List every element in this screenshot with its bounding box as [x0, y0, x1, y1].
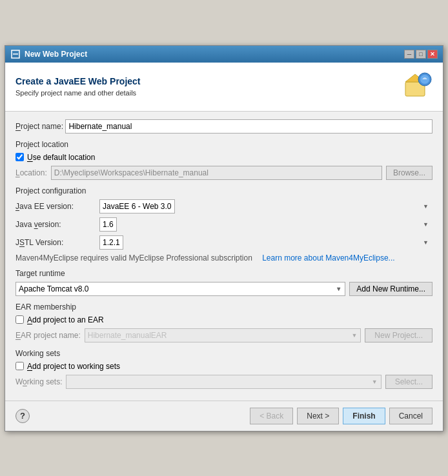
finish-button[interactable]: Finish	[343, 408, 385, 424]
close-button[interactable]: ✕	[427, 50, 438, 59]
project-location-title: Project location	[15, 140, 433, 149]
help-button[interactable]: ?	[15, 409, 30, 423]
default-location-checkbox[interactable]	[15, 153, 24, 161]
add-runtime-button[interactable]: Add New Runtime...	[349, 282, 433, 296]
ear-checkbox-label: Add project to an EAR	[27, 315, 104, 324]
location-label: Location:	[15, 168, 47, 177]
project-name-input[interactable]	[65, 119, 433, 134]
footer-left: ?	[15, 409, 30, 423]
ear-project-select[interactable]: Hibernate_manualEAR	[85, 328, 361, 342]
ear-membership-title: EAR membership	[15, 302, 433, 312]
java-ee-select-wrapper: JavaEE 6 - Web 3.0 JavaEE 5 JavaEE 4	[99, 199, 433, 213]
project-name-label: Project name:	[15, 122, 65, 131]
default-location-label: Use default location	[27, 153, 95, 162]
back-button[interactable]: < Back	[250, 408, 293, 424]
new-project-button[interactable]: New Project...	[365, 328, 433, 342]
target-runtime-title: Target runtime	[15, 269, 433, 278]
jstl-row: JSTL Version: 1.2.1 1.1	[15, 235, 433, 250]
maven-link[interactable]: Learn more about Maven4MyEclipse...	[262, 253, 394, 263]
next-button[interactable]: Next >	[297, 408, 339, 424]
project-config-title: Project configuration	[15, 186, 433, 195]
maximize-button[interactable]: □	[416, 50, 426, 59]
working-sets-title: Working sets	[15, 349, 433, 358]
form-content: Project name: Project location Use defau…	[5, 112, 443, 401]
runtime-select-wrapper: Apache Tomcat v8.0 Apache Tomcat v7.0 ▼	[15, 282, 345, 296]
header-section: Create a JavaEE Web Project Specify proj…	[5, 63, 443, 112]
java-version-select[interactable]: 1.6 1.7 1.8	[99, 217, 117, 232]
browse-button[interactable]: Browse...	[386, 166, 433, 180]
dialog-footer: ? < Back Next > Finish Cancel	[5, 401, 443, 431]
window-title: New Web Project	[25, 50, 87, 59]
location-row: Location: Browse...	[15, 166, 433, 180]
working-sets-select-wrapper: ▼	[66, 375, 381, 389]
ear-project-label: EAR project name:	[15, 331, 81, 340]
title-bar-left: New Web Project	[10, 49, 87, 59]
java-version-label: Java version:	[15, 220, 99, 229]
ear-project-row: EAR project name: Hibernate_manualEAR ▼ …	[15, 328, 433, 342]
java-version-select-wrapper: 1.6 1.7 1.8	[99, 217, 433, 232]
dialog-subtitle: Specify project name and other details	[15, 89, 141, 97]
ear-project-select-wrapper: Hibernate_manualEAR ▼	[85, 328, 361, 342]
select-working-sets-button[interactable]: Select...	[385, 375, 433, 389]
maven-text: Maven4MyEclipse requires valid MyEclipse…	[15, 253, 252, 263]
working-sets-row: Working sets: ▼ Select...	[15, 375, 433, 389]
default-location-row: Use default location	[15, 153, 433, 162]
runtime-row: Apache Tomcat v8.0 Apache Tomcat v7.0 ▼ …	[15, 282, 433, 296]
java-version-row: Java version: 1.6 1.7 1.8	[15, 217, 433, 232]
minimize-button[interactable]: ─	[404, 50, 414, 59]
jstl-select-wrapper: 1.2.1 1.1	[99, 235, 433, 250]
dialog-title: Create a JavaEE Web Project	[15, 76, 141, 86]
java-ee-select[interactable]: JavaEE 6 - Web 3.0 JavaEE 5 JavaEE 4	[99, 199, 175, 213]
working-sets-checkbox[interactable]	[15, 362, 24, 370]
jstl-select[interactable]: 1.2.1 1.1	[99, 235, 123, 250]
header-text: Create a JavaEE Web Project Specify proj…	[15, 76, 141, 97]
jstl-label: JSTL Version:	[15, 238, 99, 247]
working-sets-checkbox-label: Add project to working sets	[27, 362, 120, 371]
cancel-button[interactable]: Cancel	[389, 408, 433, 424]
ear-checkbox[interactable]	[15, 315, 24, 324]
title-bar: New Web Project ─ □ ✕	[5, 46, 443, 63]
runtime-select[interactable]: Apache Tomcat v8.0 Apache Tomcat v7.0	[15, 282, 345, 296]
working-sets-select[interactable]	[66, 375, 381, 389]
main-window: New Web Project ─ □ ✕ Create a JavaEE We…	[5, 45, 443, 431]
header-icon	[402, 70, 433, 103]
footer-buttons: < Back Next > Finish Cancel	[250, 408, 433, 424]
java-ee-row: Java EE version: JavaEE 6 - Web 3.0 Java…	[15, 199, 433, 213]
window-icon	[10, 49, 21, 59]
location-input[interactable]	[51, 166, 382, 180]
java-ee-label: Java EE version:	[15, 202, 99, 211]
working-sets-checkbox-row: Add project to working sets	[15, 362, 433, 371]
project-name-row: Project name:	[15, 119, 433, 134]
working-sets-label: Working sets:	[15, 377, 62, 386]
title-buttons: ─ □ ✕	[404, 50, 438, 59]
svg-rect-1	[13, 54, 18, 55]
ear-checkbox-row: Add project to an EAR	[15, 315, 433, 324]
maven-row: Maven4MyEclipse requires valid MyEclipse…	[15, 253, 433, 263]
